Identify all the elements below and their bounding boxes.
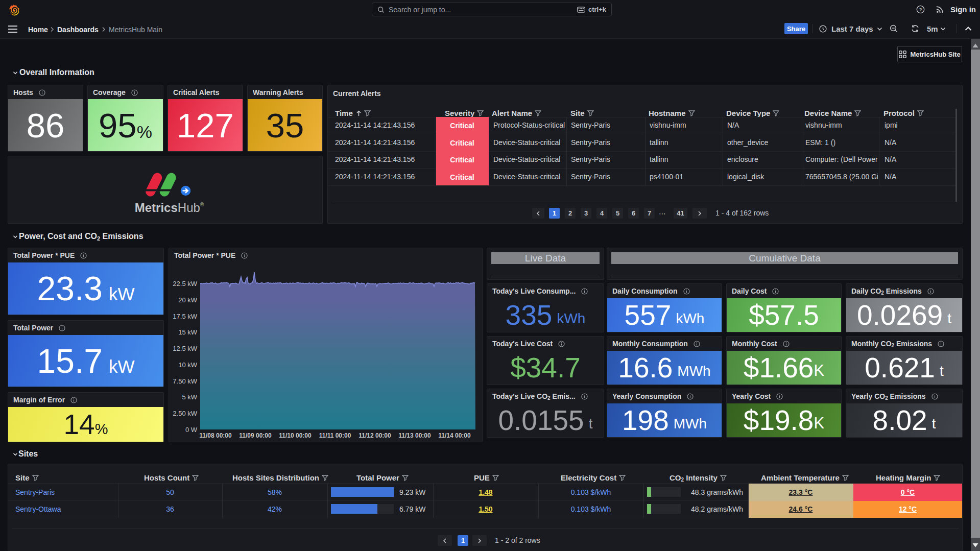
svg-text:?: ? bbox=[919, 7, 922, 12]
